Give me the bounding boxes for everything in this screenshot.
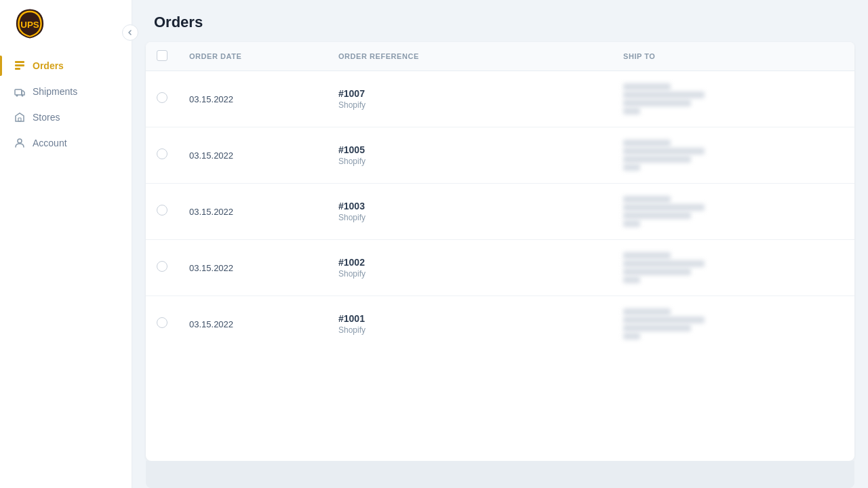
order-date-cell: 03.15.2022 — [178, 296, 328, 352]
ship-to-line-2 — [623, 204, 705, 211]
order-date-cell: 03.15.2022 — [178, 240, 328, 296]
table-header-row: Order Date Order Reference Ship To — [146, 42, 854, 71]
order-date-cell: 03.15.2022 — [178, 127, 328, 184]
table-row: 03.15.2022 #1002 Shopify — [146, 240, 854, 296]
svg-text:UPS: UPS — [20, 20, 39, 30]
svg-point-6 — [22, 95, 24, 97]
table-row: 03.15.2022 #1007 Shopify — [146, 71, 854, 127]
ship-to-line-3 — [623, 212, 691, 219]
order-date: 03.15.2022 — [189, 263, 233, 273]
ship-to-line-2 — [623, 260, 705, 267]
row-checkbox[interactable] — [157, 92, 167, 103]
ups-logo: UPS — [14, 7, 46, 40]
order-source: Shopify — [338, 269, 601, 279]
row-checkbox-cell — [146, 184, 178, 240]
stores-icon — [14, 111, 26, 123]
table-row: 03.15.2022 #1003 Shopify — [146, 184, 854, 240]
order-reference-cell: #1002 Shopify — [328, 240, 612, 296]
sidebar-item-stores-label: Stores — [33, 112, 60, 123]
order-date: 03.15.2022 — [189, 207, 233, 217]
svg-point-5 — [16, 95, 18, 97]
svg-point-8 — [18, 139, 22, 143]
order-date: 03.15.2022 — [189, 94, 233, 104]
ship-to-cell — [612, 71, 854, 127]
row-checkbox-cell — [146, 240, 178, 296]
ship-to-line-2 — [623, 92, 705, 98]
orders-icon — [14, 60, 26, 72]
order-ref[interactable]: #1003 — [338, 201, 601, 211]
order-date-cell: 03.15.2022 — [178, 184, 328, 240]
ship-to-line-3 — [623, 100, 691, 106]
order-reference-cell: #1005 Shopify — [328, 127, 612, 184]
row-checkbox[interactable] — [157, 317, 167, 328]
order-reference-cell: #1007 Shopify — [328, 71, 612, 127]
order-date: 03.15.2022 — [189, 150, 233, 161]
table-row: 03.15.2022 #1005 Shopify — [146, 127, 854, 184]
page-header: Orders — [132, 0, 868, 42]
order-date: 03.15.2022 — [189, 319, 233, 329]
ship-to-line-2 — [623, 317, 705, 323]
order-date-cell: 03.15.2022 — [178, 71, 328, 127]
ship-to-line-1 — [623, 308, 671, 315]
ship-to-line-4 — [623, 277, 640, 283]
order-ref[interactable]: #1001 — [338, 313, 601, 324]
sidebar-item-account-label: Account — [33, 138, 67, 148]
svg-rect-2 — [15, 64, 24, 66]
svg-rect-4 — [15, 89, 22, 95]
ship-to-block — [623, 140, 844, 171]
checkbox-header — [146, 42, 178, 71]
row-checkbox-cell — [146, 127, 178, 184]
ship-to-line-4 — [623, 220, 640, 227]
logo-area: UPS — [0, 0, 132, 47]
main-content: Orders Order Date Order Reference Ship T… — [132, 0, 868, 488]
ship-to-cell — [612, 184, 854, 240]
order-ref[interactable]: #1007 — [338, 88, 601, 99]
sidebar-item-shipments-label: Shipments — [33, 86, 77, 97]
ship-to-line-1 — [623, 252, 671, 259]
sidebar-item-shipments[interactable]: Shipments — [0, 79, 132, 104]
row-checkbox[interactable] — [157, 205, 167, 216]
column-header-ship-to: Ship To — [612, 42, 854, 71]
sidebar-item-stores[interactable]: Stores — [0, 104, 132, 130]
row-checkbox-cell — [146, 71, 178, 127]
sidebar: UPS Orders Shipments — [0, 0, 132, 488]
ship-to-line-3 — [623, 325, 691, 331]
table-footer — [146, 461, 854, 488]
page-title: Orders — [154, 14, 846, 31]
order-reference-cell: #1001 Shopify — [328, 296, 612, 352]
column-header-order-date: Order Date — [178, 42, 328, 71]
order-source: Shopify — [338, 157, 601, 166]
sidebar-item-orders[interactable]: Orders — [0, 53, 132, 79]
table-row: 03.15.2022 #1001 Shopify — [146, 296, 854, 352]
ship-to-line-4 — [623, 333, 640, 340]
ship-to-block — [623, 308, 844, 340]
column-header-order-reference: Order Reference — [328, 42, 612, 71]
svg-rect-3 — [15, 68, 20, 70]
order-source: Shopify — [338, 213, 601, 222]
order-ref[interactable]: #1005 — [338, 144, 601, 155]
shipments-icon — [14, 85, 26, 98]
order-ref[interactable]: #1002 — [338, 257, 601, 268]
sidebar-item-account[interactable]: Account — [0, 130, 132, 156]
order-source: Shopify — [338, 325, 601, 335]
ship-to-line-1 — [623, 140, 671, 146]
order-reference-cell: #1003 Shopify — [328, 184, 612, 240]
ship-to-line-4 — [623, 164, 640, 171]
ship-to-line-2 — [623, 148, 705, 155]
orders-table: Order Date Order Reference Ship To 03.15… — [146, 42, 854, 352]
ship-to-block — [623, 83, 844, 115]
ship-to-line-4 — [623, 108, 640, 115]
svg-rect-1 — [15, 61, 24, 63]
ship-to-block — [623, 196, 844, 227]
sidebar-item-orders-label: Orders — [33, 60, 64, 71]
ship-to-cell — [612, 127, 854, 184]
row-checkbox[interactable] — [157, 261, 167, 272]
ship-to-cell — [612, 296, 854, 352]
ship-to-line-3 — [623, 156, 691, 163]
row-checkbox[interactable] — [157, 148, 167, 159]
ship-to-line-3 — [623, 268, 691, 275]
row-checkbox-cell — [146, 296, 178, 352]
collapse-sidebar-button[interactable] — [122, 24, 138, 41]
order-source: Shopify — [338, 100, 601, 110]
select-all-checkbox[interactable] — [157, 50, 167, 61]
